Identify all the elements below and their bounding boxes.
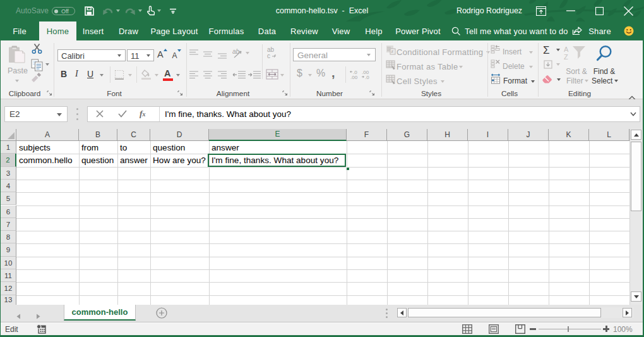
svg-text:≠: ≠ [391, 49, 394, 54]
svg-text:.0: .0 [353, 70, 357, 75]
svg-text:A: A [564, 46, 569, 53]
svg-text:c: c [267, 52, 270, 59]
svg-text:.00: .00 [350, 75, 358, 80]
svg-text:.0: .0 [365, 75, 369, 80]
svg-text:Z: Z [564, 53, 568, 61]
